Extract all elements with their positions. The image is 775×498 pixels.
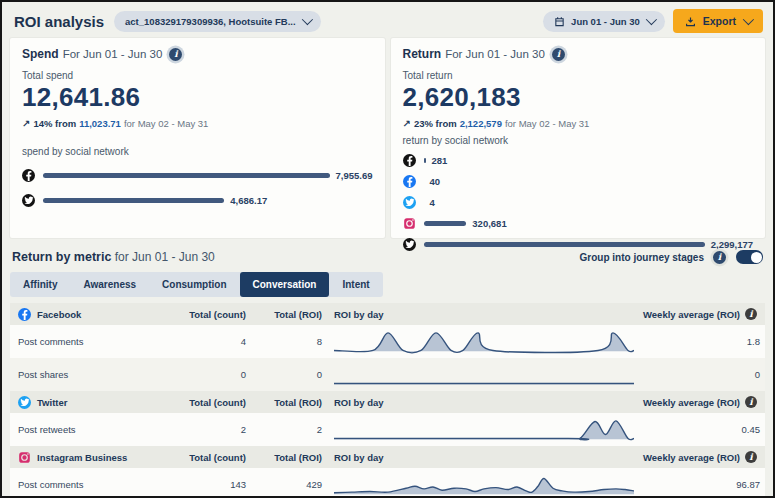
spend-by-network-chart: spend by social network 7,955.694,686.17 xyxy=(22,146,373,207)
network-name: Instagram Business xyxy=(18,451,166,464)
spend-delta-text: 14% from xyxy=(33,118,76,129)
info-icon[interactable]: i xyxy=(713,251,726,264)
network-name-label: Twitter xyxy=(37,397,67,408)
total-return-label: Total return xyxy=(403,70,754,81)
metric-name: Post comments xyxy=(18,336,166,347)
weekly-average-label: Weekly average (ROI) xyxy=(643,452,740,463)
metric-total-count: 143 xyxy=(166,479,246,490)
metric-roi-by-day xyxy=(322,362,634,388)
column-header-total-count: Total (count) xyxy=(166,309,246,320)
column-header-roi-by-day: ROI by day xyxy=(322,309,631,320)
column-header-weekly-average: Weekly average (ROI)i xyxy=(631,308,757,320)
column-header-total-roi: Total (ROI) xyxy=(246,309,322,320)
facebook-icon xyxy=(403,175,416,188)
journey-stages-toggle[interactable] xyxy=(736,250,763,264)
return-by-metric-header: Return by metric for Jun 01 - Jun 30 Gro… xyxy=(12,250,763,264)
account-dropdown-label: act_108329179309936, Hootsuite FB... xyxy=(125,16,296,27)
info-icon[interactable]: i xyxy=(169,48,182,61)
total-return-value: 2,620,183 xyxy=(403,82,754,113)
weekly-average-label: Weekly average (ROI) xyxy=(643,309,740,320)
network-bar xyxy=(424,221,467,226)
column-header-total-count: Total (count) xyxy=(166,397,246,408)
tab-conversation[interactable]: Conversation xyxy=(240,272,330,297)
instagram-icon xyxy=(403,217,416,230)
network-bar-value: 320,681 xyxy=(472,218,506,229)
network-bar xyxy=(43,173,330,178)
return-delta-period: for May 02 - May 31 xyxy=(505,118,589,129)
network-name: Twitter xyxy=(18,396,166,409)
instagram-icon xyxy=(18,451,31,464)
spend-delta: 14% from 11,023.71 for May 02 - May 31 xyxy=(22,118,373,129)
network-bar xyxy=(424,158,426,163)
column-header-total-count: Total (count) xyxy=(166,452,246,463)
spend-card-title: Spend xyxy=(22,47,59,61)
metric-total-roi: 8 xyxy=(246,336,322,347)
return-card: Return For Jun 01 - Jun 30 i Total retur… xyxy=(391,38,766,238)
network-name-label: Facebook xyxy=(37,309,81,320)
metric-total-count: 0 xyxy=(166,369,246,380)
return-delta-text: 23% from xyxy=(414,118,457,129)
column-header-roi-by-day: ROI by day xyxy=(322,397,631,408)
summary-cards: Spend For Jun 01 - Jun 30 i Total spend … xyxy=(10,38,765,238)
chevron-down-icon xyxy=(743,14,754,25)
network-bar-row: 320,681 xyxy=(403,217,754,230)
network-bar-value: 2,299,177 xyxy=(711,239,753,250)
metric-roi-by-day xyxy=(322,417,634,443)
return-previous-value-link[interactable]: 2,122,579 xyxy=(460,118,502,129)
network-name-label: Instagram Business xyxy=(37,452,127,463)
journey-toggle-label: Group into journey stages xyxy=(580,252,704,263)
roi-sparkline xyxy=(334,362,634,388)
roi-sparkline xyxy=(334,472,634,498)
facebook-icon xyxy=(22,169,35,182)
metric-weekly-average: 0 xyxy=(634,369,760,380)
return-chart-label: return by social network xyxy=(403,135,754,146)
twitter-icon xyxy=(403,238,416,251)
spend-card: Spend For Jun 01 - Jun 30 i Total spend … xyxy=(10,38,385,238)
facebook-icon xyxy=(18,308,31,321)
export-button-label: Export xyxy=(703,15,736,27)
export-button[interactable]: Export xyxy=(673,9,763,33)
section-subtitle: for Jun 01 - Jun 30 xyxy=(115,250,215,264)
network-bar-row: 4,686.17 xyxy=(22,194,373,207)
network-bar-row: 7,955.69 xyxy=(22,169,373,182)
network-group-header: FacebookTotal (count)Total (ROI)ROI by d… xyxy=(10,303,765,325)
network-bar xyxy=(43,198,224,203)
tab-awareness[interactable]: Awareness xyxy=(70,272,149,297)
network-bar-value: 4 xyxy=(430,197,435,208)
metric-roi-by-day xyxy=(322,472,634,498)
account-dropdown[interactable]: act_108329179309936, Hootsuite FB... xyxy=(114,11,321,32)
network-bar-value: 7,955.69 xyxy=(336,170,373,181)
info-icon[interactable]: i xyxy=(745,451,757,463)
roi-analysis-page: { "colors": { "accent_orange": "#F6A81C"… xyxy=(0,0,775,498)
network-bar-row: 40 xyxy=(403,175,754,188)
weekly-average-label: Weekly average (ROI) xyxy=(643,397,740,408)
tab-intent[interactable]: Intent xyxy=(329,272,382,297)
twitter-icon xyxy=(18,396,31,409)
tab-affinity[interactable]: Affinity xyxy=(10,272,70,297)
calendar-icon xyxy=(554,16,565,27)
toggle-knob xyxy=(751,252,762,263)
info-icon[interactable]: i xyxy=(552,48,565,61)
facebook-icon xyxy=(403,154,416,167)
network-group-header: TwitterTotal (count)Total (ROI)ROI by da… xyxy=(10,391,765,413)
network-bar xyxy=(424,242,705,247)
metric-row: Post retweets220.45 xyxy=(10,413,765,446)
page-title: ROI analysis xyxy=(14,13,104,30)
roi-sparkline xyxy=(334,417,634,443)
metric-total-roi: 0 xyxy=(246,369,322,380)
info-icon[interactable]: i xyxy=(745,308,757,320)
date-range-label: Jun 01 - Jun 30 xyxy=(571,16,640,27)
top-bar: ROI analysis act_108329179309936, Hootsu… xyxy=(2,2,773,38)
date-range-picker[interactable]: Jun 01 - Jun 30 xyxy=(543,11,665,32)
column-header-total-roi: Total (ROI) xyxy=(246,397,322,408)
chevron-down-icon xyxy=(301,14,312,25)
metric-total-count: 2 xyxy=(166,424,246,435)
column-header-weekly-average: Weekly average (ROI)i xyxy=(631,396,757,408)
twitter-icon xyxy=(403,196,416,209)
network-bar-value: 4,686.17 xyxy=(230,195,267,206)
metric-row: Post shares000 xyxy=(10,358,765,391)
spend-previous-value-link[interactable]: 11,023.71 xyxy=(79,118,121,129)
tab-consumption[interactable]: Consumption xyxy=(149,272,239,297)
twitter-icon xyxy=(22,194,35,207)
info-icon[interactable]: i xyxy=(745,396,757,408)
